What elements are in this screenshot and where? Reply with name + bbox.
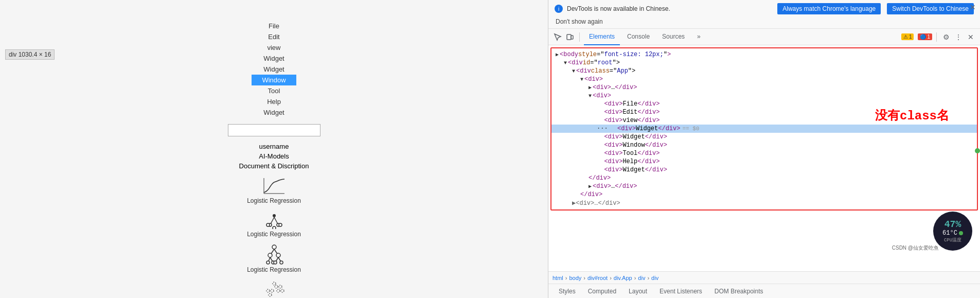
tree-div-app[interactable]: ▼ <div class="App"> xyxy=(551,67,977,75)
breadcrumb-item-3[interactable]: div.App xyxy=(614,275,632,281)
menu-arrow[interactable]: ▼ xyxy=(589,93,592,99)
bottom-tab-3[interactable]: Event Listeners xyxy=(653,286,708,297)
bottom-tab-4[interactable]: DOM Breakpoints xyxy=(708,286,770,297)
model-item-3[interactable]: Svm xyxy=(263,279,286,298)
tree-div-widget-selected[interactable]: ··· <div>Widget</div> == $0 xyxy=(551,125,977,133)
collapsed2-arrow[interactable]: ▶ xyxy=(589,183,592,189)
ai-models-label: AI-Models xyxy=(259,152,289,160)
menu-item-view[interactable]: view xyxy=(252,42,296,53)
model-icon-3 xyxy=(263,279,286,298)
model-icon-2 xyxy=(263,244,286,266)
cpu-label: CPU温度 xyxy=(944,237,961,243)
bottom-tabs-bar: StylesComputedLayoutEvent ListenersDOM B… xyxy=(548,284,980,298)
svg-point-27 xyxy=(279,285,282,288)
tree-div-collapsed-1[interactable]: ▶ <div>…</div> xyxy=(551,83,977,92)
menu-item-widget[interactable]: Widget xyxy=(252,107,296,118)
menu-item-window[interactable]: Window xyxy=(252,75,296,85)
close-notification-button[interactable]: ✕ xyxy=(970,3,976,11)
annotation-text: 没有class名 xyxy=(875,107,949,124)
breadcrumb-item-5[interactable]: div xyxy=(651,275,658,281)
toolbar-separator xyxy=(579,32,580,42)
tree-div-window[interactable]: <div>Window</div> xyxy=(551,141,977,149)
settings-icon[interactable]: ⚙ xyxy=(941,32,951,42)
body-arrow[interactable]: ▶ xyxy=(556,51,559,58)
breadcrumb-sep-4: › xyxy=(647,275,649,281)
tab-elements[interactable]: Elements xyxy=(584,29,620,45)
div-badge: div 1030.4 × 16 xyxy=(5,49,55,60)
menu-item-tool[interactable]: Tool xyxy=(252,85,296,96)
cpu-temp-row: 61°C xyxy=(942,230,963,237)
menu-item-widget[interactable]: Widget xyxy=(252,53,296,64)
breadcrumb-sep-1: › xyxy=(583,275,585,281)
elements-panel: 没有class名 ▶ <body style="font-size: 12px;… xyxy=(548,45,980,271)
svg-rect-31 xyxy=(567,34,571,40)
warning-count: 1 xyxy=(909,34,912,40)
tab-sources[interactable]: Sources xyxy=(657,29,690,45)
svg-point-22 xyxy=(280,261,283,264)
close-panel-icon[interactable]: ✕ xyxy=(966,32,976,42)
tree-close-div-menu[interactable]: </div> xyxy=(551,174,977,182)
svg-rect-32 xyxy=(571,36,573,39)
menu-item-help[interactable]: Help xyxy=(252,96,296,107)
model-icon-1 xyxy=(263,211,286,231)
dots-menu[interactable]: ··· xyxy=(597,125,608,132)
bottom-tab-0[interactable]: Styles xyxy=(553,286,582,297)
root-arrow[interactable]: ▼ xyxy=(564,60,567,66)
breadcrumb-item-4[interactable]: div xyxy=(638,275,645,281)
breadcrumb-item-1[interactable]: body xyxy=(569,275,581,281)
svg-point-19 xyxy=(266,261,270,264)
model-label-1: Logistic Regression xyxy=(247,231,301,238)
dont-show-row: Don't show again xyxy=(555,17,974,25)
app-arrow[interactable]: ▼ xyxy=(572,68,575,74)
model-icon-0 xyxy=(263,177,286,197)
tree-more[interactable]: ▶<div>…</div> xyxy=(551,199,977,207)
warning-badge[interactable]: ⚠ 1 xyxy=(901,33,914,40)
tree-div-root[interactable]: ▼ <div id="root"> xyxy=(551,59,977,67)
more-icon[interactable]: ⋮ xyxy=(953,32,964,42)
breadcrumb-sep-3: › xyxy=(634,275,636,281)
svg-point-8 xyxy=(273,226,276,229)
menu-item-widget[interactable]: Widget xyxy=(252,64,296,75)
tree-div-help[interactable]: <div>Help</div> xyxy=(551,157,977,166)
tree-div-collapsed-2[interactable]: ▶ <div>…</div> xyxy=(551,182,977,190)
tree-div-menu[interactable]: ▼ <div> xyxy=(551,92,977,100)
tree-body-tag[interactable]: ▶ <body style="font-size: 12px;" > xyxy=(551,50,977,59)
menu-item-edit[interactable]: Edit xyxy=(252,31,296,42)
main-arrow[interactable]: ▼ xyxy=(580,77,583,82)
breadcrumb-item-0[interactable]: html xyxy=(553,275,563,281)
tree-close-main-div[interactable]: </div> xyxy=(551,190,977,199)
html-tree: ▶ <body style="font-size: 12px;" > ▼ <di… xyxy=(550,47,978,211)
tab-more[interactable]: » xyxy=(692,29,706,45)
inspect-icon[interactable] xyxy=(553,32,563,42)
bottom-tab-2[interactable]: Layout xyxy=(622,286,653,297)
tree-div-tool[interactable]: <div>Tool</div> xyxy=(551,149,977,157)
svg-point-23 xyxy=(266,289,270,292)
collapsed1-arrow[interactable]: ▶ xyxy=(589,84,592,91)
tree-div-main[interactable]: ▼ <div> xyxy=(551,75,977,83)
error-badge[interactable]: 🔵 1 xyxy=(918,33,932,40)
tab-console[interactable]: Console xyxy=(622,29,655,45)
tree-div-widget2[interactable]: <div>Widget</div> xyxy=(551,133,977,141)
match-language-button[interactable]: Always match Chrome's language xyxy=(777,3,881,14)
error-icon: 🔵 xyxy=(920,34,926,40)
model-item-2[interactable]: Logistic Regression xyxy=(247,244,301,273)
green-dot-indicator xyxy=(975,148,980,153)
svg-point-9 xyxy=(279,223,282,226)
switch-devtools-button[interactable]: Switch DevTools to Chinese xyxy=(887,3,974,14)
dont-show-label[interactable]: Don't show again xyxy=(555,18,604,25)
model-item-0[interactable]: Logistic Regression xyxy=(247,177,301,204)
user-section: username AI-Models Document & Discriptio… xyxy=(239,143,309,170)
cpu-widget: 47% 61°C CPU温度 xyxy=(933,212,972,251)
devtools-panel: i DevTools is now available in Chinese. … xyxy=(548,0,980,298)
search-input[interactable] xyxy=(228,124,320,136)
menu-item-file[interactable]: File xyxy=(252,21,296,31)
device-icon[interactable] xyxy=(565,32,575,42)
tree-div-widget3[interactable]: <div>Widget</div> xyxy=(551,166,977,174)
warning-icon: ⚠ xyxy=(903,34,908,40)
toolbar-separator-2 xyxy=(936,32,937,42)
notification-top-row: i DevTools is now available in Chinese. … xyxy=(555,3,974,14)
breadcrumb-item-2[interactable]: div#root xyxy=(587,275,608,281)
svg-point-10 xyxy=(272,245,276,249)
bottom-tab-1[interactable]: Computed xyxy=(582,286,622,297)
model-item-1[interactable]: Logistic Regression xyxy=(247,211,301,238)
